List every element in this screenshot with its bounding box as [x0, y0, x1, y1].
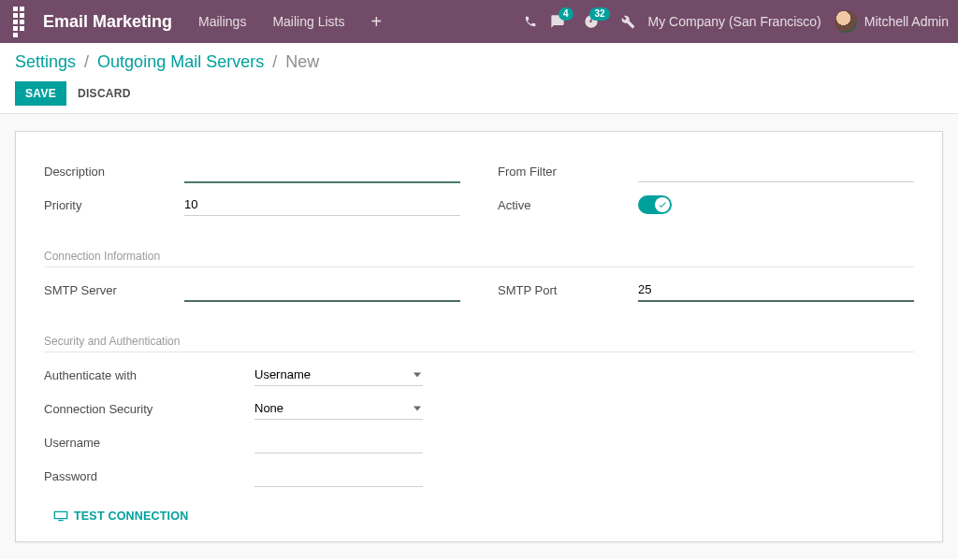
section-security: Security and Authentication: [44, 335, 914, 352]
form-sheet: Description Priority From Filter Active: [15, 131, 943, 542]
breadcrumb: Settings / Outgoing Mail Servers / New: [15, 52, 943, 72]
username-input[interactable]: [254, 431, 423, 453]
label-smtp-server: SMTP Server: [44, 283, 184, 297]
messages-badge: 4: [559, 7, 573, 21]
test-connection-label: TEST CONNECTION: [74, 510, 188, 523]
breadcrumb-sep: /: [84, 52, 89, 71]
sheet-wrap: Description Priority From Filter Active: [0, 114, 958, 559]
messages-icon[interactable]: 4: [550, 14, 565, 29]
label-username: Username: [44, 436, 254, 450]
smtp-port-input[interactable]: [638, 279, 914, 302]
priority-input[interactable]: [184, 194, 460, 216]
nav-right: 4 32 My Company (San Francisco) Mitchell…: [524, 10, 949, 33]
avatar: [835, 10, 857, 33]
phone-icon[interactable]: [524, 15, 537, 28]
navbar: Email Marketing Mailings Mailing Lists +…: [0, 0, 958, 43]
actions: SAVE DISCARD: [15, 81, 943, 106]
smtp-server-input[interactable]: [184, 279, 460, 302]
label-password: Password: [44, 469, 254, 483]
breadcrumb-parent[interactable]: Outgoing Mail Servers: [97, 52, 264, 71]
apps-icon[interactable]: [9, 3, 34, 41]
nav-left: Email Marketing Mailings Mailing Lists +: [9, 0, 395, 43]
label-smtp-port: SMTP Port: [498, 283, 638, 297]
section-connection: Connection Information: [44, 250, 914, 267]
nav-mailings[interactable]: Mailings: [185, 0, 259, 43]
conn-security-select[interactable]: [254, 397, 423, 420]
breadcrumb-sep: /: [272, 52, 277, 71]
breadcrumb-current: New: [285, 52, 319, 71]
auth-with-select[interactable]: [254, 364, 423, 386]
user-menu[interactable]: Mitchell Admin: [835, 10, 949, 33]
label-active: Active: [498, 198, 638, 212]
monitor-icon: [53, 510, 68, 522]
activities-icon[interactable]: 32: [584, 14, 599, 29]
from-filter-input[interactable]: [638, 160, 914, 182]
nav-mailing-lists[interactable]: Mailing Lists: [259, 0, 357, 43]
control-bar: Settings / Outgoing Mail Servers / New S…: [0, 43, 958, 114]
test-connection-button[interactable]: TEST CONNECTION: [53, 510, 188, 523]
label-from-filter: From Filter: [498, 165, 638, 179]
label-auth-with: Authenticate with: [44, 368, 254, 382]
app-title[interactable]: Email Marketing: [43, 12, 172, 32]
description-input[interactable]: [184, 160, 460, 183]
company-switcher[interactable]: My Company (San Francisco): [648, 14, 821, 29]
label-description: Description: [44, 165, 184, 179]
nav-new-icon[interactable]: +: [357, 0, 395, 43]
activities-badge: 32: [589, 7, 609, 21]
breadcrumb-root[interactable]: Settings: [15, 52, 76, 71]
label-conn-security: Connection Security: [44, 402, 254, 416]
active-toggle[interactable]: [638, 195, 672, 214]
check-icon: [655, 197, 670, 212]
discard-button[interactable]: DISCARD: [78, 87, 131, 100]
password-input[interactable]: [254, 465, 423, 487]
user-name: Mitchell Admin: [864, 14, 949, 29]
save-button[interactable]: SAVE: [15, 81, 66, 106]
label-priority: Priority: [44, 198, 184, 212]
debug-icon[interactable]: [621, 15, 635, 29]
